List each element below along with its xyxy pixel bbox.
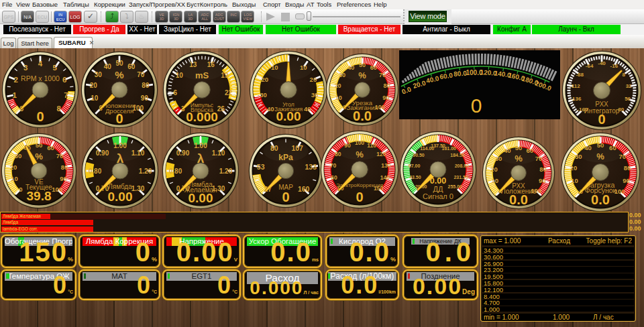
svg-text:133: 133 <box>305 163 317 171</box>
svg-text:60: 60 <box>370 64 377 71</box>
svg-text:0.0: 0.0 <box>353 109 372 123</box>
svg-text:70: 70 <box>619 153 627 160</box>
svg-text:Сигнал 0: Сигнал 0 <box>423 192 453 200</box>
svg-text:-136: -136 <box>570 96 582 102</box>
svg-text:0.00: 0.00 <box>430 176 446 186</box>
svg-text:70: 70 <box>56 152 64 159</box>
svg-text:10: 10 <box>300 64 307 71</box>
svg-text:30: 30 <box>311 91 319 99</box>
svg-text:90: 90 <box>539 177 546 184</box>
svg-text:0.90: 0.90 <box>176 149 190 157</box>
svg-text:140: 140 <box>380 174 390 181</box>
svg-text:70: 70 <box>137 71 145 78</box>
svg-text:mS: mS <box>195 70 209 80</box>
svg-text:80: 80 <box>61 164 68 171</box>
svg-text:50: 50 <box>515 144 523 151</box>
svg-text:60: 60 <box>127 63 136 70</box>
svg-text:1.00: 1.00 <box>113 142 127 149</box>
svg-text:0.000: 0.000 <box>186 110 218 124</box>
svg-text:2: 2 <box>14 76 18 84</box>
svg-text:3: 3 <box>23 64 28 72</box>
svg-text:6: 6 <box>62 76 66 84</box>
svg-text:8: 8 <box>623 72 626 78</box>
svg-text:1.10: 1.10 <box>131 149 145 157</box>
svg-text:39.8: 39.8 <box>27 189 52 203</box>
svg-text:40: 40 <box>104 63 112 70</box>
svg-text:161.00: 161.00 <box>442 146 457 151</box>
svg-text:90: 90 <box>141 94 149 102</box>
svg-text:13: 13 <box>189 61 197 68</box>
svg-text:0: 0 <box>598 112 605 127</box>
svg-text:%: % <box>35 151 43 161</box>
svg-text:5: 5 <box>53 64 58 72</box>
svg-text:120: 120 <box>376 151 386 157</box>
svg-text:80: 80 <box>539 166 547 173</box>
svg-text:60: 60 <box>47 144 54 151</box>
svg-text:ДД: ДД <box>433 185 443 193</box>
svg-text:7: 7 <box>64 91 68 99</box>
svg-text:20: 20 <box>90 82 98 89</box>
svg-text:67.00: 67.00 <box>409 164 421 168</box>
svg-text:1.30: 1.30 <box>131 185 145 192</box>
svg-text:160: 160 <box>298 185 310 193</box>
svg-text:90.50: 90.50 <box>413 153 425 157</box>
svg-text:20: 20 <box>310 76 317 83</box>
svg-text:30: 30 <box>95 71 103 78</box>
svg-text:70: 70 <box>535 155 543 162</box>
svg-text:100: 100 <box>355 139 364 146</box>
svg-text:20: 20 <box>490 166 498 173</box>
svg-text:8: 8 <box>56 105 61 113</box>
svg-text:30: 30 <box>339 72 345 78</box>
svg-text:90: 90 <box>60 175 67 182</box>
svg-text:10: 10 <box>91 94 99 102</box>
svg-text:1.20: 1.20 <box>219 168 233 175</box>
svg-text:100: 100 <box>52 186 62 193</box>
svg-text:60: 60 <box>331 174 337 181</box>
svg-text:70: 70 <box>330 162 337 169</box>
svg-text:10: 10 <box>11 175 18 182</box>
svg-text:%: % <box>115 69 123 80</box>
svg-text:%: % <box>515 153 523 164</box>
svg-text:80: 80 <box>270 144 278 152</box>
svg-text:43.50: 43.50 <box>409 175 421 180</box>
svg-text:70: 70 <box>379 72 386 78</box>
svg-text:50: 50 <box>36 141 43 149</box>
svg-text:50: 50 <box>359 62 366 68</box>
svg-text:40: 40 <box>504 147 511 154</box>
svg-text:0.90: 0.90 <box>96 149 109 157</box>
svg-text:-40: -40 <box>265 105 274 113</box>
svg-text:19: 19 <box>221 72 229 79</box>
svg-text:90: 90 <box>382 94 389 101</box>
svg-text:0: 0 <box>115 111 123 126</box>
svg-text:60: 60 <box>527 147 534 154</box>
svg-text:-30: -30 <box>258 91 267 99</box>
svg-text:0: 0 <box>282 190 289 204</box>
svg-text:32: 32 <box>626 83 632 89</box>
svg-text:-112: -112 <box>570 83 580 89</box>
svg-text:-40: -40 <box>598 60 606 66</box>
svg-text:20: 20 <box>334 82 341 89</box>
svg-text:-88: -88 <box>576 72 584 78</box>
svg-text:40: 40 <box>304 105 311 113</box>
svg-text:10: 10 <box>335 94 342 101</box>
svg-text:80: 80 <box>335 151 341 157</box>
svg-text:22: 22 <box>225 89 233 96</box>
svg-text:56: 56 <box>625 96 631 102</box>
svg-text:26: 26 <box>217 105 225 113</box>
svg-text:0: 0 <box>19 186 22 193</box>
svg-text:184.50: 184.50 <box>450 153 465 157</box>
svg-text:231.50: 231.50 <box>453 175 468 180</box>
svg-text:255.00: 255.00 <box>448 184 463 189</box>
svg-text:10: 10 <box>176 72 184 79</box>
svg-text:110: 110 <box>367 142 376 149</box>
svg-text:16: 16 <box>207 61 215 68</box>
svg-text:0.00: 0.00 <box>108 190 133 204</box>
svg-text:6: 6 <box>174 89 178 96</box>
svg-text:30: 30 <box>495 155 502 162</box>
svg-text:0.80: 0.80 <box>89 168 102 175</box>
svg-text:1: 1 <box>12 91 17 99</box>
svg-text:10: 10 <box>571 177 578 184</box>
svg-text:50: 50 <box>597 141 604 149</box>
svg-text:0.0: 0.0 <box>509 192 528 207</box>
svg-text:40: 40 <box>584 144 592 151</box>
